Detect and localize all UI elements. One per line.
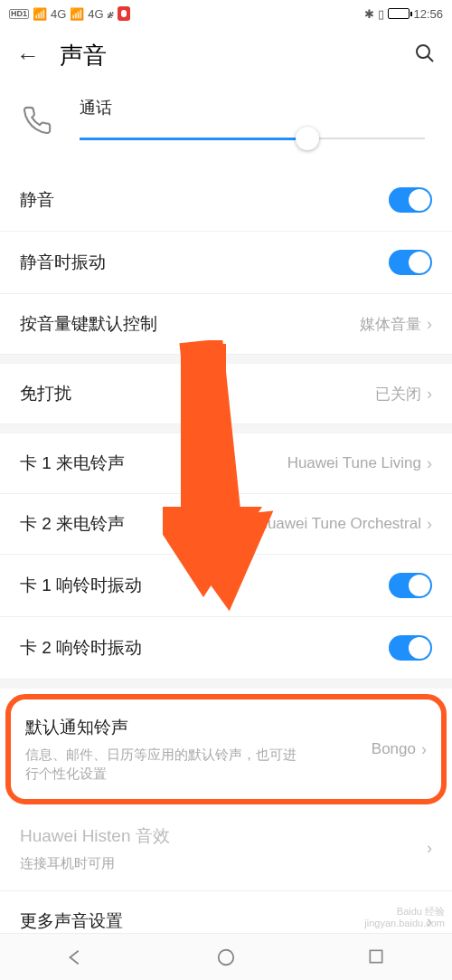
- bluetooth-icon: ✱: [364, 7, 374, 21]
- label: 卡 2 来电铃声: [20, 512, 257, 536]
- nav-home-button[interactable]: [216, 947, 236, 967]
- label: 静音时振动: [20, 251, 389, 274]
- nav-bar: [0, 933, 452, 980]
- hd1-badge: HD1: [9, 9, 29, 19]
- row-mute[interactable]: 静音: [0, 169, 452, 232]
- label: 按音量键默认控制: [20, 312, 360, 336]
- watermark: Baidu 经验 jingyan.baidu.com: [364, 906, 445, 929]
- watermark-url: jingyan.baidu.com: [364, 918, 445, 929]
- chevron-right-icon: ›: [427, 515, 432, 534]
- call-volume-slider[interactable]: [80, 129, 425, 147]
- page-title: 声音: [60, 40, 414, 71]
- sim1-vibrate-toggle[interactable]: [389, 573, 432, 598]
- row-sim1-ringtone[interactable]: 卡 1 来电铃声 Huawei Tune Living ›: [0, 433, 452, 494]
- back-button[interactable]: ←: [16, 42, 40, 70]
- vibrate-mute-toggle[interactable]: [389, 250, 432, 275]
- header: ← 声音: [0, 27, 452, 88]
- row-dnd[interactable]: 免打扰 已关闭 ›: [0, 364, 452, 424]
- row-vibrate-on-mute[interactable]: 静音时振动: [0, 232, 452, 294]
- chevron-right-icon: ›: [427, 315, 432, 334]
- value: Huawei Tune Living: [287, 454, 421, 472]
- clock: 12:56: [413, 7, 443, 21]
- value: 媒体音量: [360, 314, 421, 335]
- label: 默认通知铃声: [25, 716, 372, 739]
- row-sim1-vibrate[interactable]: 卡 1 响铃时振动: [0, 555, 452, 617]
- value: Bongo: [372, 740, 416, 758]
- svg-point-0: [417, 45, 429, 58]
- sublabel: 信息、邮件、日历等应用的默认铃声，也可进行个性化设置: [25, 745, 297, 783]
- sublabel: 连接耳机时可用: [20, 853, 291, 872]
- svg-point-6: [219, 949, 234, 965]
- label: 更多声音设置: [20, 909, 423, 933]
- nav-recent-button[interactable]: [367, 947, 387, 967]
- signal-2-icon: 📶: [70, 7, 84, 21]
- chevron-right-icon: ›: [427, 839, 432, 858]
- svg-line-1: [428, 56, 433, 62]
- value: Huawei Tune Orchestral: [257, 515, 421, 533]
- chevron-right-icon: ›: [427, 385, 432, 404]
- nav-back-button[interactable]: [65, 947, 85, 967]
- mute-toggle[interactable]: [389, 187, 432, 213]
- row-sim2-vibrate[interactable]: 卡 2 响铃时振动: [0, 617, 452, 680]
- call-volume-label: 通话: [80, 97, 425, 119]
- signal-1-icon: 📶: [33, 7, 47, 21]
- value: 已关闭: [375, 384, 421, 404]
- label: 卡 2 响铃时振动: [20, 636, 389, 660]
- row-default-notification[interactable]: 默认通知铃声 信息、邮件、日历等应用的默认铃声，也可进行个性化设置 Bongo …: [11, 699, 441, 799]
- annotation-highlight: 默认通知铃声 信息、邮件、日历等应用的默认铃声，也可进行个性化设置 Bongo …: [5, 694, 447, 804]
- row-sim2-ringtone[interactable]: 卡 2 来电铃声 Huawei Tune Orchestral ›: [0, 494, 452, 555]
- row-histen: Huawei Histen 音效 连接耳机时可用 ›: [0, 806, 452, 891]
- label: 卡 1 响铃时振动: [20, 574, 389, 597]
- wifi-icon: ⸙: [108, 7, 114, 21]
- svg-rect-7: [370, 950, 381, 962]
- label: 卡 1 来电铃声: [20, 452, 287, 475]
- net-2: 4G: [88, 7, 103, 21]
- label: Huawei Histen 音效: [20, 824, 423, 848]
- mic-icon: [118, 6, 130, 21]
- chevron-right-icon: ›: [421, 740, 427, 759]
- status-bar: HD1 📶 4G 📶 4G HD2 ⸙ ✱ ▯ 12:56: [0, 0, 452, 27]
- row-volume-default[interactable]: 按音量键默认控制 媒体音量 ›: [0, 294, 452, 355]
- chevron-right-icon: ›: [427, 454, 432, 473]
- slider-thumb[interactable]: [296, 127, 319, 150]
- search-icon[interactable]: [414, 43, 436, 70]
- sim2-vibrate-toggle[interactable]: [389, 635, 432, 661]
- phone-icon: [22, 105, 58, 139]
- watermark-brand: Baidu 经验: [364, 906, 445, 918]
- label: 静音: [20, 188, 389, 212]
- battery-icon: [388, 8, 410, 19]
- label: 免打扰: [20, 382, 375, 405]
- vibrate-icon: ▯: [378, 7, 384, 21]
- call-volume-section: 通话: [0, 88, 452, 169]
- net-1: 4G: [51, 7, 66, 21]
